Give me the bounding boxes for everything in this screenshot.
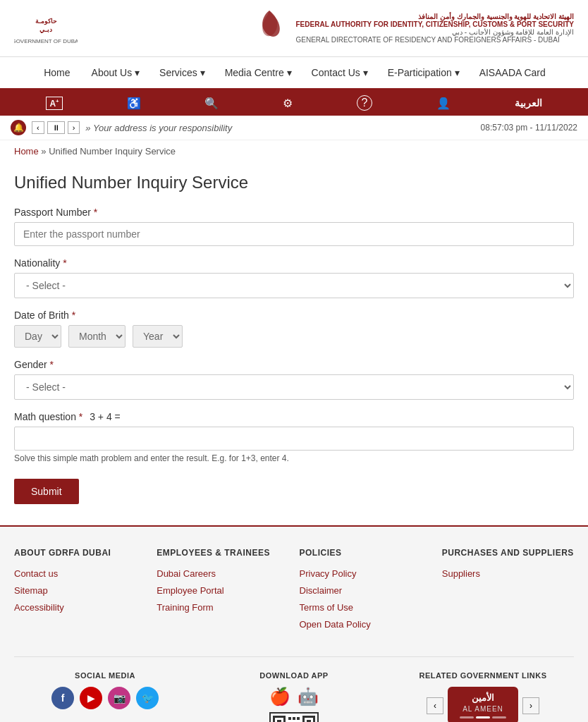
footer-privacy-policy[interactable]: Privacy Policy [300,568,357,579]
alert-next[interactable]: › [68,121,80,134]
footer-training-form[interactable]: Training Form [157,602,213,613]
footer-policies-col: POLICIES Privacy Policy Disclaimer Terms… [300,548,431,635]
breadcrumb-current: Unified Number Inquiry Service [49,146,176,157]
dob-year-select[interactable]: Year [133,325,183,348]
footer-policies-title: POLICIES [300,548,431,558]
passport-group: Passport Number * [14,207,574,246]
youtube-icon[interactable]: ▶ [80,687,102,709]
math-input[interactable] [14,427,574,451]
alert-pause[interactable]: ⏸ [47,121,65,134]
directorate-ar: الإدارة العامة للإقامة وشؤون الأجانب - د… [296,28,574,36]
breadcrumb-separator: » [41,146,49,157]
footer-contact-us[interactable]: Contact us [14,568,58,579]
svg-rect-12 [288,717,291,720]
user-icon[interactable]: 👤 [436,97,451,110]
social-section: SOCIAL MEDIA f ▶ 📷 🐦 [14,671,196,709]
download-title: DOWNLOAD APP [203,671,385,680]
carousel-next-btn[interactable]: › [522,697,539,714]
main-content: Unified Number Inquiry Service Passport … [0,162,588,525]
twitter-icon[interactable]: 🐦 [136,687,159,709]
apple-icon[interactable]: 🍎 [269,687,290,706]
nav-services[interactable]: Services ▾ [149,57,215,88]
svg-rect-13 [293,717,295,720]
footer-purchases-title: PURCHASES AND SUPPLIERS [442,548,574,558]
alert-bell-icon: 🔔 [11,120,26,135]
icon-bar: A+ ♿ 🔍 ⚙ ? 👤 العربية [0,90,588,116]
gov-links-title: RELATED GOVERNMENT LINKS [392,671,574,680]
directorate-en: GENERAL DIRECTORATE OF RESIDENCY AND FOR… [296,36,574,44]
android-icon[interactable]: 🤖 [298,687,319,706]
gender-group: Gender * - Select - [14,359,574,400]
instagram-icon[interactable]: 📷 [108,687,130,709]
submit-button[interactable]: Submit [14,479,79,504]
nationality-group: Nationality * - Select - [14,257,574,298]
gdrfa-logo: الهيئة الاتحادية للهوية والجنسية والجمار… [250,7,574,49]
alert-text: » Your address is your responsibility [85,123,232,133]
qr-code [269,712,319,722]
nav-media[interactable]: Media Centre ▾ [215,57,302,88]
footer-open-data[interactable]: Open Data Policy [300,619,371,630]
footer-dubai-careers[interactable]: Dubai Careers [157,568,216,579]
dob-label: Date of Brith * [14,310,574,321]
math-group: Math question * 3 + 4 = Solve this simpl… [14,411,574,463]
nav-about[interactable]: About Us ▾ [82,57,149,88]
footer-about-title: ABOUT GDRFA DUBAI [14,548,146,558]
search-icon[interactable]: 🔍 [204,97,219,110]
nav-eparticipation[interactable]: E-Participation ▾ [378,57,470,88]
footer-suppliers[interactable]: Suppliers [442,568,480,579]
footer-terms[interactable]: Terms of Use [300,602,354,613]
svg-text:GOVERNMENT OF DUBAI: GOVERNMENT OF DUBAI [14,38,78,44]
al-ameen-logo: الأمين AL AMEEN [448,687,518,722]
svg-rect-14 [297,717,300,720]
nationality-label: Nationality * [14,257,574,269]
main-nav: Home About Us ▾ Services ▾ Media Centre … [0,57,588,90]
gov-dubai-logo: حاكومـة دبـي GOVERNMENT OF DUBAI [14,9,78,48]
alert-datetime: 08:57:03 pm - 11/11/2022 [481,123,577,133]
dob-day-select[interactable]: Day [14,325,61,348]
page-title: Unified Number Inquiry Service [14,173,574,192]
accessibility-icon[interactable]: ♿ [127,97,141,110]
download-section: DOWNLOAD APP 🍎 🤖 [203,671,385,722]
dob-month-select[interactable]: Month [68,325,125,348]
svg-text:حاكومـة: حاكومـة [35,18,57,25]
arabic-toggle[interactable]: العربية [515,97,542,109]
dob-group: Date of Brith * Day Month Year [14,310,574,348]
carousel-prev-btn[interactable]: ‹ [427,697,443,714]
footer-employees-col: EMPLOYEES & TRAINEES Dubai Careers Emplo… [157,548,288,635]
footer-about-col: ABOUT GDRFA DUBAI Contact us Sitemap Acc… [14,548,146,635]
alert-prev[interactable]: ‹ [32,121,44,134]
gender-label: Gender * [14,359,574,370]
nationality-select[interactable]: - Select - [14,273,574,298]
share-icon[interactable]: ⚙ [283,97,293,110]
math-label: Math question * 3 + 4 = [14,411,574,422]
math-hint: Solve this simple math problem and enter… [14,453,574,463]
help-icon[interactable]: ? [357,95,372,111]
svg-text:دبـي: دبـي [39,26,52,33]
footer-employees-title: EMPLOYEES & TRAINEES [157,548,288,558]
nav-aisaada[interactable]: AISAADA Card [470,57,556,88]
accessibility-text-icon[interactable]: A+ [46,97,62,110]
passport-label: Passport Number * [14,207,574,218]
gov-links-section: RELATED GOVERNMENT LINKS ‹ الأمين AL AME… [392,671,574,722]
footer: ABOUT GDRFA DUBAI Contact us Sitemap Acc… [0,525,588,722]
alert-bar: 🔔 ‹ ⏸ › » Your address is your responsib… [0,116,588,140]
authority-title-ar: الهيئة الاتحادية للهوية والجنسية والجمار… [296,13,574,20]
passport-input[interactable] [14,222,574,246]
authority-title-en: FEDERAL AUTHORITY FOR IDENTITY, CITIZENS… [296,20,574,28]
footer-sitemap[interactable]: Sitemap [14,585,48,596]
footer-disclaimer[interactable]: Disclaimer [300,585,343,596]
breadcrumb-home[interactable]: Home [14,146,39,157]
nav-contact[interactable]: Contact Us ▾ [302,57,378,88]
facebook-icon[interactable]: f [51,687,74,709]
social-title: SOCIAL MEDIA [14,671,196,680]
footer-purchases-col: PURCHASES AND SUPPLIERS Suppliers [442,548,574,635]
inquiry-form: Passport Number * Nationality * - Select… [14,207,574,504]
footer-accessibility[interactable]: Accessibility [14,602,64,613]
footer-employee-portal[interactable]: Employee Portal [157,585,223,596]
breadcrumb: Home » Unified Number Inquiry Service [0,140,588,162]
gender-select[interactable]: - Select - [14,374,574,400]
nav-home[interactable]: Home [32,57,81,88]
